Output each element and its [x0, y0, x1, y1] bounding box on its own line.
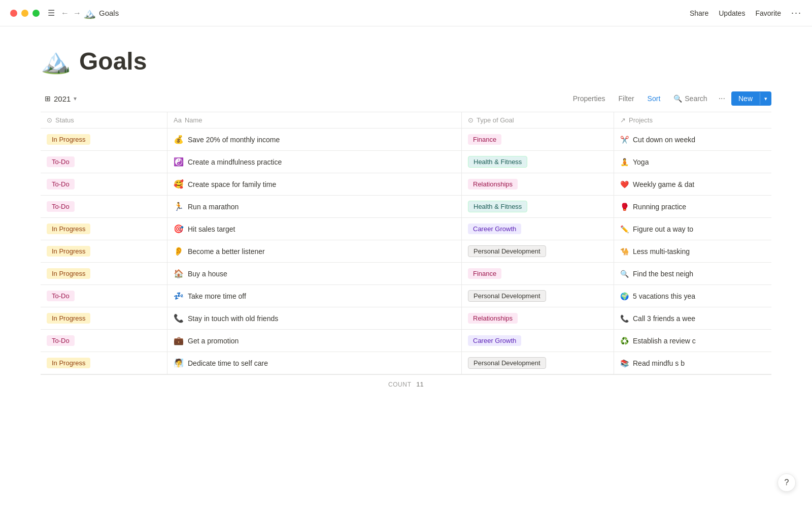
name-cell: ☯️ Create a mindfulness practice — [167, 151, 462, 173]
name-cell: 🏃 Run a marathon — [167, 196, 462, 217]
project-emoji: 🧘 — [620, 158, 629, 166]
table-row[interactable]: To-Do 🏃 Run a marathon Health & Fitness … — [41, 196, 771, 218]
project-cell: 🥊 Running practice — [614, 196, 771, 217]
goal-type-badge: Personal Development — [468, 245, 546, 257]
project-cell: ❤️ Weekly game & dat — [614, 173, 771, 195]
sort-label: Sort — [648, 94, 661, 103]
name-cell: 💼 Get a promotion — [167, 330, 462, 352]
filter-label: Filter — [618, 94, 634, 103]
table-header: ⊙ Status Aa Name ⊙ Type of Goal ↗ Projec… — [41, 112, 771, 129]
status-cell: In Progress — [41, 263, 167, 284]
row-name: Dedicate time to self care — [188, 359, 268, 367]
name-cell: 🏠 Buy a house — [167, 263, 462, 284]
table-row[interactable]: In Progress 🏠 Buy a house Finance 🔍 Find… — [41, 263, 771, 285]
project-emoji: ♻️ — [620, 337, 629, 345]
status-cell: In Progress — [41, 352, 167, 374]
type-cell: Health & Fitness — [462, 151, 614, 173]
help-button[interactable]: ? — [777, 473, 796, 492]
view-selector-button[interactable]: ⊞ 2021 ▾ — [41, 92, 81, 105]
row-emoji: 🥰 — [174, 179, 184, 189]
name-cell: 👂 Become a better listener — [167, 240, 462, 262]
name-cell: 💰 Save 20% of monthly income — [167, 129, 462, 150]
goal-type-badge: Personal Development — [468, 290, 546, 302]
table-row[interactable]: To-Do 💤 Take more time off Personal Deve… — [41, 285, 771, 307]
project-emoji: 🌍 — [620, 292, 629, 300]
status-cell: To-Do — [41, 173, 167, 195]
table-footer: COUNT 11 — [41, 374, 771, 394]
project-cell: ✂️ Cut down on weekd — [614, 129, 771, 150]
project-name: Running practice — [633, 203, 686, 211]
page-header: 🏔️ Goals — [41, 47, 771, 75]
type-cell: Personal Development — [462, 285, 614, 307]
traffic-lights — [10, 10, 40, 17]
page-title: Goals — [79, 47, 147, 75]
project-name: Establish a review c — [633, 337, 696, 345]
count-value: 11 — [417, 381, 424, 388]
new-button-arrow[interactable]: ▾ — [760, 92, 771, 105]
table-row[interactable]: In Progress 🧖 Dedicate time to self care… — [41, 352, 771, 374]
status-badge: To-Do — [47, 201, 75, 212]
project-name: Figure out a way to — [633, 225, 693, 233]
project-emoji: ✏️ — [620, 225, 629, 233]
filter-button[interactable]: Filter — [613, 92, 639, 105]
status-cell: In Progress — [41, 240, 167, 262]
close-button[interactable] — [10, 10, 17, 17]
properties-button[interactable]: Properties — [568, 92, 611, 105]
name-col-label: Name — [185, 116, 202, 124]
more-options-button[interactable]: ··· — [791, 8, 802, 18]
row-emoji: 📞 — [174, 313, 184, 323]
table-row[interactable]: In Progress 🎯 Hit sales target Career Gr… — [41, 218, 771, 240]
project-name: Find the best neigh — [633, 270, 693, 278]
project-emoji: 🥊 — [620, 203, 629, 211]
maximize-button[interactable] — [32, 10, 40, 17]
goal-type-badge: Personal Development — [468, 357, 546, 369]
project-name: 5 vacations this yea — [633, 292, 695, 300]
status-badge: In Progress — [47, 313, 90, 324]
minimize-button[interactable] — [21, 10, 28, 17]
type-cell: Career Growth — [462, 330, 614, 352]
row-emoji: 🧖 — [174, 358, 184, 368]
row-emoji: 💼 — [174, 336, 184, 345]
favorite-button[interactable]: Favorite — [755, 9, 781, 17]
new-button[interactable]: New — [731, 91, 760, 106]
status-badge: In Progress — [47, 358, 90, 368]
table-row[interactable]: In Progress 📞 Stay in touch with old fri… — [41, 307, 771, 330]
status-badge: In Progress — [47, 246, 90, 257]
search-icon: 🔍 — [673, 94, 682, 103]
goal-type-badge: Finance — [468, 134, 501, 145]
goal-type-badge: Relationships — [468, 313, 518, 324]
project-cell: 🐪 Less multi-tasking — [614, 240, 771, 262]
status-col-icon: ⊙ — [47, 116, 52, 124]
project-cell: 📚 Read mindfu s b — [614, 352, 771, 374]
page-content: 🏔️ Goals ⊞ 2021 ▾ Properties Filter Sort… — [0, 26, 812, 404]
row-name: Become a better listener — [188, 247, 265, 256]
sidebar-toggle-button[interactable]: ☰ — [48, 8, 55, 18]
row-name: Create a mindfulness practice — [188, 158, 282, 166]
table-row[interactable]: To-Do ☯️ Create a mindfulness practice H… — [41, 151, 771, 173]
project-cell: 🔍 Find the best neigh — [614, 263, 771, 284]
sort-button[interactable]: Sort — [642, 92, 666, 105]
column-header-name: Aa Name — [167, 112, 462, 128]
project-name: Less multi-tasking — [633, 247, 690, 256]
status-badge: To-Do — [47, 179, 75, 189]
project-emoji: 🐪 — [620, 247, 629, 256]
table-row[interactable]: To-Do 💼 Get a promotion Career Growth ♻️… — [41, 330, 771, 352]
forward-button[interactable]: → — [71, 8, 83, 19]
project-name: Read mindfu s b — [633, 359, 685, 367]
table-row[interactable]: In Progress 👂 Become a better listener P… — [41, 240, 771, 263]
back-button[interactable]: ← — [59, 8, 71, 19]
row-emoji: 💰 — [174, 135, 184, 144]
type-cell: Relationships — [462, 307, 614, 329]
search-button[interactable]: 🔍 Search — [668, 92, 712, 105]
share-button[interactable]: Share — [690, 9, 708, 17]
table-row[interactable]: To-Do 🥰 Create space for family time Rel… — [41, 173, 771, 196]
table-row[interactable]: In Progress 💰 Save 20% of monthly income… — [41, 129, 771, 151]
project-cell: 📞 Call 3 friends a wee — [614, 307, 771, 329]
row-emoji: 💤 — [174, 291, 184, 301]
toolbar-more-button[interactable]: ··· — [716, 91, 728, 106]
chevron-down-icon: ▾ — [74, 95, 77, 102]
status-badge: In Progress — [47, 224, 90, 234]
status-badge: To-Do — [47, 156, 75, 167]
row-emoji: 👂 — [174, 246, 184, 256]
updates-button[interactable]: Updates — [719, 9, 745, 17]
